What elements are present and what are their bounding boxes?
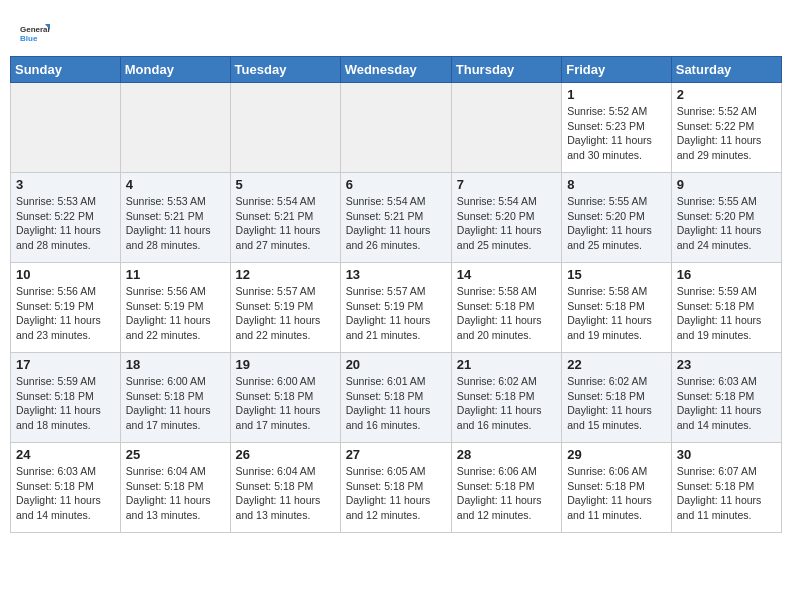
calendar-cell: 14Sunrise: 5:58 AM Sunset: 5:18 PM Dayli… <box>451 263 561 353</box>
day-info: Sunrise: 5:57 AM Sunset: 5:19 PM Dayligh… <box>346 284 446 343</box>
day-number: 18 <box>126 357 225 372</box>
calendar-cell: 24Sunrise: 6:03 AM Sunset: 5:18 PM Dayli… <box>11 443 121 533</box>
logo-icon: GeneralBlue <box>20 18 50 48</box>
day-number: 22 <box>567 357 666 372</box>
day-info: Sunrise: 5:56 AM Sunset: 5:19 PM Dayligh… <box>16 284 115 343</box>
day-info: Sunrise: 5:55 AM Sunset: 5:20 PM Dayligh… <box>567 194 666 253</box>
day-number: 14 <box>457 267 556 282</box>
day-number: 11 <box>126 267 225 282</box>
day-number: 4 <box>126 177 225 192</box>
day-info: Sunrise: 6:00 AM Sunset: 5:18 PM Dayligh… <box>126 374 225 433</box>
calendar-cell: 3Sunrise: 5:53 AM Sunset: 5:22 PM Daylig… <box>11 173 121 263</box>
calendar-cell: 6Sunrise: 5:54 AM Sunset: 5:21 PM Daylig… <box>340 173 451 263</box>
day-info: Sunrise: 5:56 AM Sunset: 5:19 PM Dayligh… <box>126 284 225 343</box>
day-number: 20 <box>346 357 446 372</box>
weekday-header-monday: Monday <box>120 57 230 83</box>
calendar-week-row: 10Sunrise: 5:56 AM Sunset: 5:19 PM Dayli… <box>11 263 782 353</box>
day-info: Sunrise: 5:53 AM Sunset: 5:22 PM Dayligh… <box>16 194 115 253</box>
day-number: 28 <box>457 447 556 462</box>
day-info: Sunrise: 5:57 AM Sunset: 5:19 PM Dayligh… <box>236 284 335 343</box>
day-number: 6 <box>346 177 446 192</box>
day-info: Sunrise: 6:07 AM Sunset: 5:18 PM Dayligh… <box>677 464 776 523</box>
calendar-cell <box>120 83 230 173</box>
day-info: Sunrise: 6:06 AM Sunset: 5:18 PM Dayligh… <box>567 464 666 523</box>
day-number: 2 <box>677 87 776 102</box>
calendar-cell: 19Sunrise: 6:00 AM Sunset: 5:18 PM Dayli… <box>230 353 340 443</box>
calendar-week-row: 3Sunrise: 5:53 AM Sunset: 5:22 PM Daylig… <box>11 173 782 263</box>
calendar-cell: 2Sunrise: 5:52 AM Sunset: 5:22 PM Daylig… <box>671 83 781 173</box>
calendar-cell: 21Sunrise: 6:02 AM Sunset: 5:18 PM Dayli… <box>451 353 561 443</box>
calendar-cell: 5Sunrise: 5:54 AM Sunset: 5:21 PM Daylig… <box>230 173 340 263</box>
calendar-cell: 23Sunrise: 6:03 AM Sunset: 5:18 PM Dayli… <box>671 353 781 443</box>
day-number: 26 <box>236 447 335 462</box>
day-number: 8 <box>567 177 666 192</box>
weekday-header-wednesday: Wednesday <box>340 57 451 83</box>
calendar-cell: 7Sunrise: 5:54 AM Sunset: 5:20 PM Daylig… <box>451 173 561 263</box>
day-number: 3 <box>16 177 115 192</box>
day-info: Sunrise: 6:02 AM Sunset: 5:18 PM Dayligh… <box>457 374 556 433</box>
calendar-cell: 17Sunrise: 5:59 AM Sunset: 5:18 PM Dayli… <box>11 353 121 443</box>
calendar-cell <box>451 83 561 173</box>
calendar-cell <box>11 83 121 173</box>
weekday-header-tuesday: Tuesday <box>230 57 340 83</box>
calendar-cell: 9Sunrise: 5:55 AM Sunset: 5:20 PM Daylig… <box>671 173 781 263</box>
day-number: 1 <box>567 87 666 102</box>
calendar-cell: 13Sunrise: 5:57 AM Sunset: 5:19 PM Dayli… <box>340 263 451 353</box>
weekday-header-thursday: Thursday <box>451 57 561 83</box>
day-info: Sunrise: 6:04 AM Sunset: 5:18 PM Dayligh… <box>236 464 335 523</box>
day-info: Sunrise: 5:54 AM Sunset: 5:21 PM Dayligh… <box>346 194 446 253</box>
calendar-cell: 18Sunrise: 6:00 AM Sunset: 5:18 PM Dayli… <box>120 353 230 443</box>
day-number: 27 <box>346 447 446 462</box>
calendar-cell: 28Sunrise: 6:06 AM Sunset: 5:18 PM Dayli… <box>451 443 561 533</box>
calendar-cell: 12Sunrise: 5:57 AM Sunset: 5:19 PM Dayli… <box>230 263 340 353</box>
svg-text:General: General <box>20 25 50 34</box>
day-number: 23 <box>677 357 776 372</box>
day-number: 24 <box>16 447 115 462</box>
day-info: Sunrise: 5:53 AM Sunset: 5:21 PM Dayligh… <box>126 194 225 253</box>
day-info: Sunrise: 6:02 AM Sunset: 5:18 PM Dayligh… <box>567 374 666 433</box>
day-info: Sunrise: 6:03 AM Sunset: 5:18 PM Dayligh… <box>677 374 776 433</box>
day-info: Sunrise: 5:59 AM Sunset: 5:18 PM Dayligh… <box>16 374 115 433</box>
calendar-week-row: 24Sunrise: 6:03 AM Sunset: 5:18 PM Dayli… <box>11 443 782 533</box>
day-number: 21 <box>457 357 556 372</box>
day-number: 19 <box>236 357 335 372</box>
day-info: Sunrise: 6:00 AM Sunset: 5:18 PM Dayligh… <box>236 374 335 433</box>
calendar-cell: 30Sunrise: 6:07 AM Sunset: 5:18 PM Dayli… <box>671 443 781 533</box>
day-number: 25 <box>126 447 225 462</box>
day-number: 17 <box>16 357 115 372</box>
calendar-cell <box>230 83 340 173</box>
day-number: 29 <box>567 447 666 462</box>
calendar-cell: 8Sunrise: 5:55 AM Sunset: 5:20 PM Daylig… <box>562 173 672 263</box>
calendar-cell: 29Sunrise: 6:06 AM Sunset: 5:18 PM Dayli… <box>562 443 672 533</box>
calendar-cell: 25Sunrise: 6:04 AM Sunset: 5:18 PM Dayli… <box>120 443 230 533</box>
day-number: 10 <box>16 267 115 282</box>
weekday-header-saturday: Saturday <box>671 57 781 83</box>
calendar-cell: 27Sunrise: 6:05 AM Sunset: 5:18 PM Dayli… <box>340 443 451 533</box>
weekday-header-row: SundayMondayTuesdayWednesdayThursdayFrid… <box>11 57 782 83</box>
calendar-cell: 1Sunrise: 5:52 AM Sunset: 5:23 PM Daylig… <box>562 83 672 173</box>
weekday-header-sunday: Sunday <box>11 57 121 83</box>
day-number: 13 <box>346 267 446 282</box>
day-info: Sunrise: 5:52 AM Sunset: 5:23 PM Dayligh… <box>567 104 666 163</box>
calendar-cell <box>340 83 451 173</box>
svg-text:Blue: Blue <box>20 34 38 43</box>
day-info: Sunrise: 5:58 AM Sunset: 5:18 PM Dayligh… <box>457 284 556 343</box>
calendar-cell: 22Sunrise: 6:02 AM Sunset: 5:18 PM Dayli… <box>562 353 672 443</box>
day-number: 9 <box>677 177 776 192</box>
calendar-cell: 15Sunrise: 5:58 AM Sunset: 5:18 PM Dayli… <box>562 263 672 353</box>
calendar-week-row: 17Sunrise: 5:59 AM Sunset: 5:18 PM Dayli… <box>11 353 782 443</box>
calendar-cell: 16Sunrise: 5:59 AM Sunset: 5:18 PM Dayli… <box>671 263 781 353</box>
calendar-week-row: 1Sunrise: 5:52 AM Sunset: 5:23 PM Daylig… <box>11 83 782 173</box>
day-info: Sunrise: 6:03 AM Sunset: 5:18 PM Dayligh… <box>16 464 115 523</box>
day-info: Sunrise: 5:54 AM Sunset: 5:20 PM Dayligh… <box>457 194 556 253</box>
day-number: 16 <box>677 267 776 282</box>
day-info: Sunrise: 6:06 AM Sunset: 5:18 PM Dayligh… <box>457 464 556 523</box>
day-number: 7 <box>457 177 556 192</box>
weekday-header-friday: Friday <box>562 57 672 83</box>
day-number: 15 <box>567 267 666 282</box>
calendar-cell: 26Sunrise: 6:04 AM Sunset: 5:18 PM Dayli… <box>230 443 340 533</box>
logo: GeneralBlue <box>20 18 54 48</box>
day-info: Sunrise: 6:01 AM Sunset: 5:18 PM Dayligh… <box>346 374 446 433</box>
calendar-cell: 4Sunrise: 5:53 AM Sunset: 5:21 PM Daylig… <box>120 173 230 263</box>
day-number: 30 <box>677 447 776 462</box>
